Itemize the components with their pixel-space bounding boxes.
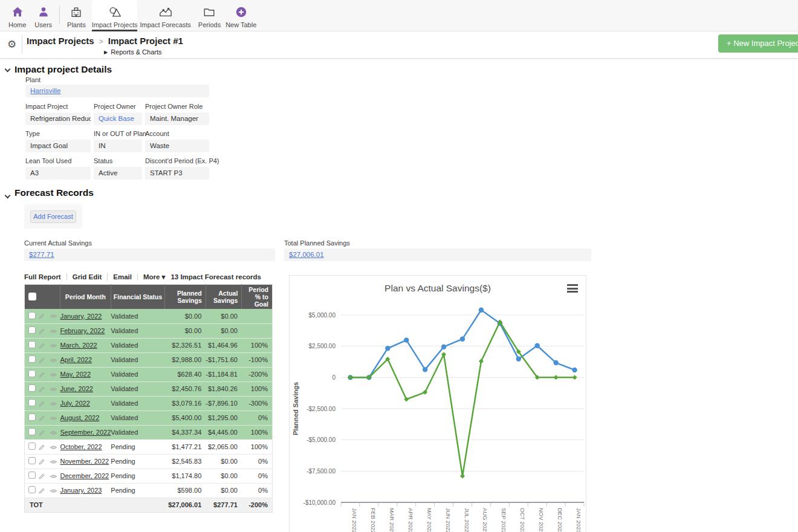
column-header-period-pct[interactable]: Period % to Goal xyxy=(242,285,273,310)
period-month-link[interactable]: June, 2022 xyxy=(60,385,93,392)
view-eye-icon[interactable] xyxy=(50,473,57,480)
actual-savings-cell: -$7,896.10 xyxy=(206,396,242,410)
svg-text:FEB 2022: FEB 2022 xyxy=(370,508,377,532)
edit-pencil-icon[interactable] xyxy=(38,328,45,335)
column-header-financial-status[interactable]: Financial Status xyxy=(111,285,165,310)
actual-savings-cell: $1,464.96 xyxy=(206,338,242,352)
edit-pencil-icon[interactable] xyxy=(38,487,45,495)
add-forecast-button[interactable]: Add Forecast xyxy=(30,210,76,223)
edit-pencil-icon[interactable] xyxy=(38,342,45,349)
period-month-link[interactable]: January, 2023 xyxy=(60,487,102,494)
period-month-link[interactable]: December, 2022 xyxy=(60,472,109,479)
details-collapse-chevron-icon[interactable] xyxy=(5,66,11,73)
select-all-checkbox[interactable] xyxy=(28,293,36,300)
row-checkbox[interactable] xyxy=(28,443,36,450)
reports-charts-toggle[interactable]: ▶ Reports & Charts xyxy=(104,48,162,56)
nav-item-users[interactable]: Users xyxy=(34,0,52,31)
view-eye-icon[interactable] xyxy=(50,328,57,335)
period-pct-cell: 0% xyxy=(242,483,273,498)
edit-pencil-icon[interactable] xyxy=(38,357,45,364)
column-header-planned-savings[interactable]: Planned Savings xyxy=(165,285,206,310)
full-report-button[interactable]: Full Report xyxy=(24,273,61,281)
period-month-link[interactable]: September, 2022 xyxy=(60,429,111,436)
edit-pencil-icon[interactable] xyxy=(38,444,45,451)
account-label: Account xyxy=(145,130,169,137)
row-checkbox[interactable] xyxy=(28,384,36,392)
current-actual-savings-link[interactable]: $277.71 xyxy=(29,251,54,258)
row-checkbox[interactable] xyxy=(28,355,36,363)
row-checkbox[interactable] xyxy=(28,341,36,348)
period-month-link[interactable]: October, 2022 xyxy=(60,443,102,450)
period-pct-cell: 0% xyxy=(242,410,273,425)
edit-pencil-icon[interactable] xyxy=(38,313,45,320)
financial-status-cell: Validated xyxy=(111,352,165,367)
period-month-cell: December, 2022 xyxy=(60,469,111,483)
row-checkbox[interactable] xyxy=(28,486,36,493)
column-header-actual-savings[interactable]: Actual Savings xyxy=(206,285,242,310)
new-impact-project-button[interactable]: + New Impact Project xyxy=(718,34,798,53)
view-eye-icon[interactable] xyxy=(50,458,57,465)
toolbar-separator xyxy=(107,273,108,281)
period-month-link[interactable]: August, 2022 xyxy=(60,414,100,421)
more-menu-button[interactable]: More ▾ xyxy=(143,273,165,281)
row-checkbox[interactable] xyxy=(28,312,36,319)
edit-pencil-icon[interactable] xyxy=(38,429,45,436)
period-month-link[interactable]: April, 2022 xyxy=(60,356,92,363)
plant-value-link[interactable]: Harrisville xyxy=(30,87,60,94)
view-eye-icon[interactable] xyxy=(50,342,57,349)
settings-gear-icon[interactable]: ⚙ xyxy=(7,38,16,51)
view-eye-icon[interactable] xyxy=(50,371,57,378)
nav-item-periods[interactable]: Periods xyxy=(198,0,221,31)
view-eye-icon[interactable] xyxy=(50,357,57,364)
grid-edit-button[interactable]: Grid Edit xyxy=(73,273,102,281)
project-owner-value-link[interactable]: Quick Base xyxy=(99,115,134,122)
period-month-link[interactable]: November, 2022 xyxy=(60,458,109,465)
period-month-link[interactable]: July, 2022 xyxy=(60,400,90,407)
nav-item-impact-projects[interactable]: Impact Projects xyxy=(92,0,138,31)
row-checkbox[interactable] xyxy=(28,370,36,377)
actual-savings-cell: $0.00 xyxy=(206,323,242,338)
view-eye-icon[interactable] xyxy=(50,415,57,422)
nav-item-new-table[interactable]: New Table xyxy=(225,0,256,31)
period-month-cell: August, 2022 xyxy=(60,410,111,425)
edit-pencil-icon[interactable] xyxy=(38,473,45,480)
row-checkbox-cell xyxy=(25,367,37,381)
email-button[interactable]: Email xyxy=(113,273,132,281)
project-owner-label: Project Owner xyxy=(94,103,136,110)
view-eye-icon[interactable] xyxy=(50,444,57,451)
edit-pencil-icon[interactable] xyxy=(38,400,45,407)
nav-item-impact-forecasts[interactable]: Impact Forecasts xyxy=(140,0,190,31)
row-checkbox[interactable] xyxy=(28,399,36,406)
edit-pencil-icon[interactable] xyxy=(38,415,45,422)
view-eye-icon[interactable] xyxy=(50,400,57,407)
total-planned-savings-link[interactable]: $27,006.01 xyxy=(289,251,324,258)
nav-item-plants[interactable]: Plants xyxy=(67,0,86,31)
row-checkbox[interactable] xyxy=(28,414,36,421)
period-month-link[interactable]: January, 2022 xyxy=(60,313,102,320)
edit-pencil-icon[interactable] xyxy=(38,386,45,393)
forecast-collapse-chevron-icon[interactable] xyxy=(5,193,11,199)
nav-divider xyxy=(59,6,60,24)
row-checkbox-cell xyxy=(25,483,37,498)
view-eye-icon[interactable] xyxy=(50,386,57,393)
view-eye-icon[interactable] xyxy=(50,487,57,495)
column-header-period-month[interactable]: Period Month xyxy=(60,285,111,310)
row-checkbox[interactable] xyxy=(28,428,36,435)
period-month-link[interactable]: February, 2022 xyxy=(60,327,105,334)
period-month-link[interactable]: May, 2022 xyxy=(60,371,91,378)
period-month-link[interactable]: March, 2022 xyxy=(60,342,97,349)
edit-pencil-icon[interactable] xyxy=(38,371,45,378)
chart-menu-hamburger-icon[interactable] xyxy=(567,284,578,294)
view-eye-icon[interactable] xyxy=(50,429,57,436)
row-actions-cell xyxy=(37,469,60,483)
row-checkbox[interactable] xyxy=(28,472,36,479)
edit-pencil-icon[interactable] xyxy=(38,458,45,465)
row-actions-cell xyxy=(37,454,60,469)
row-checkbox[interactable] xyxy=(28,326,36,334)
planned-savings-cell: $0.00 xyxy=(165,323,206,338)
nav-item-home[interactable]: Home xyxy=(8,0,26,31)
row-checkbox-cell xyxy=(25,425,37,440)
breadcrumb-parent-link[interactable]: Impact Projects xyxy=(27,36,94,46)
view-eye-icon[interactable] xyxy=(50,313,57,320)
row-checkbox[interactable] xyxy=(28,457,36,464)
